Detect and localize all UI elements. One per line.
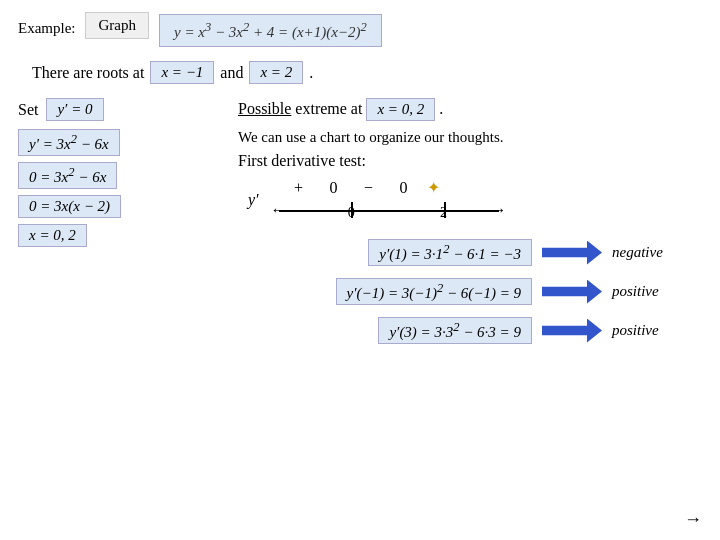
number-line: ← → 0 2 [279, 199, 499, 221]
roots-eq1: x = −1 [150, 61, 214, 84]
deriv-formula-4: x = 0, 2 [18, 224, 87, 247]
result-label-3: positive [612, 322, 682, 339]
organize-text: We can use a chart to organize our thoug… [238, 129, 702, 146]
right-arrow-line: → [491, 201, 507, 219]
deriv-line-4: x = 0, 2 [18, 224, 238, 247]
first-deriv-row: First derivative test: [238, 152, 702, 170]
extreme-period: . [439, 100, 443, 117]
sign-zero-2: 0 [389, 179, 419, 197]
sign-minus: − [349, 179, 389, 197]
set-eq: y′ = 0 [46, 98, 103, 121]
blue-arrow-1 [542, 241, 602, 265]
result-row-2: y′(−1) = 3(−1)2 − 6(−1) = 9 positive [248, 278, 682, 305]
num-label-0: 0 [348, 205, 355, 221]
line-bar [279, 210, 499, 212]
result-formula-2: y′(−1) = 3(−1)2 − 6(−1) = 9 [336, 278, 532, 305]
extreme-text: extreme at [295, 100, 366, 117]
roots-eq2: x = 2 [249, 61, 303, 84]
and-text: and [220, 64, 243, 82]
deriv-line-3: 0 = 3x(x − 2) [18, 195, 238, 218]
bottom-right-arrow: → [684, 509, 702, 530]
result-formula-1: y′(1) = 3·12 − 6·1 = −3 [368, 239, 532, 266]
main-equation: y = x3 − 3x2 + 4 = (x+1)(x−2)2 [159, 14, 382, 47]
signs-above: + 0 − 0 ✦ [269, 178, 499, 197]
results-section: y′(1) = 3·12 − 6·1 = −3 negative y′(−1) … [248, 239, 702, 344]
deriv-line-2: 0 = 3x2 − 6x [18, 162, 238, 189]
possible-label: Possible [238, 100, 291, 117]
result-formula-3: y′(3) = 3·32 − 6·3 = 9 [378, 317, 532, 344]
main-content: Set y′ = 0 y′ = 3x2 − 6x 0 = 3x2 − 6x 0 … [18, 98, 702, 344]
y-prime-label: y′ [248, 191, 259, 209]
roots-row: There are roots at x = −1 and x = 2 . [32, 61, 702, 84]
first-deriv-label: First derivative test: [238, 152, 366, 170]
num-label-2: 2 [440, 205, 447, 221]
page: Example: Graph y = x3 − 3x2 + 4 = (x+1)(… [0, 0, 720, 540]
deriv-line-1: y′ = 3x2 − 6x [18, 129, 238, 156]
result-label-1: negative [612, 244, 682, 261]
chart-container: y′ + 0 − 0 ✦ [248, 178, 702, 344]
extreme-eq: x = 0, 2 [366, 98, 435, 121]
sign-zero-1: 0 [319, 179, 349, 197]
sign-row: y′ + 0 − 0 ✦ [248, 178, 702, 221]
graph-label: Graph [98, 17, 136, 33]
graph-box: Graph [85, 12, 149, 39]
example-label: Example: [18, 20, 75, 37]
set-label: Set [18, 101, 38, 119]
deriv-formula-2: 0 = 3x2 − 6x [18, 162, 117, 189]
possible-section: Possible extreme at x = 0, 2 . [238, 98, 702, 121]
deriv-formula-3: 0 = 3x(x − 2) [18, 195, 121, 218]
result-label-2: positive [612, 283, 682, 300]
blue-arrow-3 [542, 319, 602, 343]
sign-star: ✦ [419, 178, 449, 197]
left-arrow-line: ← [271, 201, 287, 219]
roots-period: . [309, 64, 313, 82]
sign-plus-1: + [279, 179, 319, 197]
set-row: Set y′ = 0 [18, 98, 238, 121]
header-row: Example: Graph y = x3 − 3x2 + 4 = (x+1)(… [18, 12, 702, 49]
number-line-chart: + 0 − 0 ✦ [269, 178, 499, 221]
left-column: Set y′ = 0 y′ = 3x2 − 6x 0 = 3x2 − 6x 0 … [18, 98, 238, 344]
roots-text: There are roots at [32, 64, 144, 82]
blue-arrow-2 [542, 280, 602, 304]
result-row-3: y′(3) = 3·32 − 6·3 = 9 positive [248, 317, 682, 344]
right-column: Possible extreme at x = 0, 2 . We can us… [238, 98, 702, 344]
result-row-1: y′(1) = 3·12 − 6·1 = −3 negative [248, 239, 682, 266]
deriv-formula-1: y′ = 3x2 − 6x [18, 129, 120, 156]
